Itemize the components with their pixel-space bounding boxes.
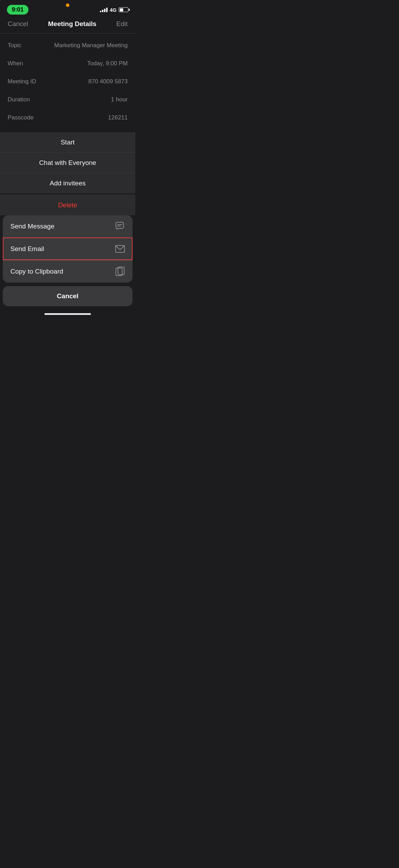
delete-button[interactable]: Delete bbox=[0, 195, 135, 215]
page-title: Meeting Details bbox=[48, 20, 96, 28]
status-bar: 9:01 4G bbox=[0, 0, 135, 17]
copy-clipboard-label: Copy to Clipboard bbox=[10, 268, 63, 275]
signal-icon bbox=[100, 8, 108, 12]
cancel-button[interactable]: Cancel bbox=[8, 20, 28, 28]
send-email-label: Send Email bbox=[10, 245, 44, 253]
detail-row-duration: Duration 1 hour bbox=[0, 91, 135, 109]
when-value: Today, 9:00 PM bbox=[87, 60, 128, 67]
duration-value: 1 hour bbox=[111, 96, 128, 103]
signal-bar-3 bbox=[104, 9, 105, 12]
topic-label: Topic bbox=[8, 42, 22, 49]
duration-label: Duration bbox=[8, 96, 30, 103]
svg-rect-2 bbox=[116, 222, 124, 228]
add-invitees-button[interactable]: Add invitees bbox=[0, 173, 135, 193]
detail-row-passcode: Passcode 126211 bbox=[0, 109, 135, 127]
passcode-value: 126211 bbox=[108, 114, 128, 121]
detail-row-when: When Today, 9:00 PM bbox=[0, 55, 135, 73]
clipboard-icon bbox=[115, 267, 125, 276]
when-label: When bbox=[8, 60, 23, 67]
passcode-label: Passcode bbox=[8, 114, 34, 121]
copy-clipboard-item[interactable]: Copy to Clipboard bbox=[3, 260, 133, 283]
email-icon bbox=[115, 244, 125, 254]
chat-button[interactable]: Chat with Everyone bbox=[0, 152, 135, 173]
network-type: 4G bbox=[110, 7, 117, 13]
home-bar bbox=[44, 313, 91, 315]
bottom-sheet: Send Message Send Email bbox=[0, 215, 135, 317]
signal-bar-1 bbox=[100, 11, 101, 12]
message-icon bbox=[115, 222, 125, 231]
home-indicator bbox=[0, 310, 135, 317]
time-display: 9:01 bbox=[7, 5, 28, 15]
nav-bar: Cancel Meeting Details Edit bbox=[0, 17, 135, 33]
action-buttons-section: Start Chat with Everyone Add invitees De… bbox=[0, 132, 135, 215]
meeting-details-section: Topic Marketing Manager Meeting When Tod… bbox=[0, 34, 135, 130]
cancel-sheet-button[interactable]: Cancel bbox=[3, 286, 133, 306]
send-message-label: Send Message bbox=[10, 223, 54, 230]
orange-indicator bbox=[66, 3, 69, 7]
detail-row-topic: Topic Marketing Manager Meeting bbox=[0, 36, 135, 55]
meeting-id-label: Meeting ID bbox=[8, 78, 36, 85]
send-message-item[interactable]: Send Message bbox=[3, 215, 133, 237]
edit-button[interactable]: Edit bbox=[116, 20, 128, 28]
topic-value: Marketing Manager Meeting bbox=[54, 42, 128, 49]
detail-row-meeting-id: Meeting ID 870 4009 5873 bbox=[0, 73, 135, 91]
signal-bar-2 bbox=[102, 10, 103, 12]
signal-bar-4 bbox=[106, 8, 108, 12]
send-email-item[interactable]: Send Email bbox=[3, 237, 133, 260]
battery-fill bbox=[120, 8, 123, 11]
status-icons: 4G bbox=[100, 7, 128, 13]
sheet-options: Send Message Send Email bbox=[3, 215, 133, 283]
meeting-id-value: 870 4009 5873 bbox=[88, 78, 128, 85]
start-button[interactable]: Start bbox=[0, 132, 135, 152]
battery-icon bbox=[119, 7, 128, 12]
